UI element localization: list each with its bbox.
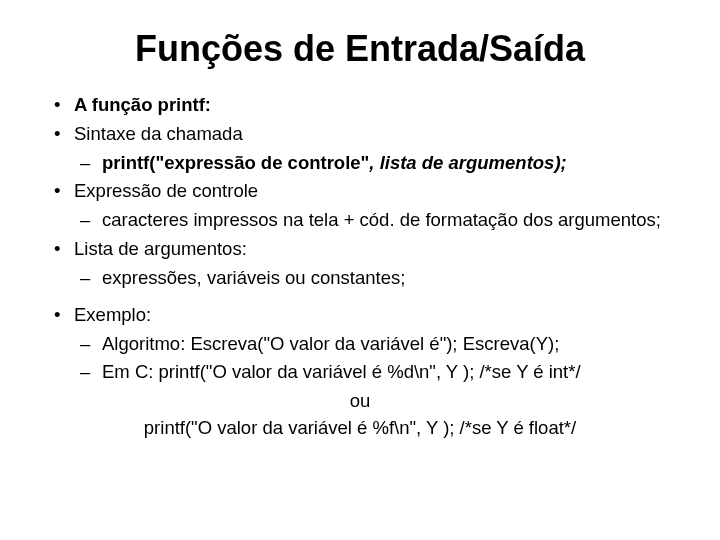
bullet-list: A função printf: Sintaxe da chamada prin… xyxy=(50,92,670,292)
bullet-text: Sintaxe da chamada xyxy=(74,123,243,144)
sub-list: caracteres impressos na tela + cód. de f… xyxy=(74,207,670,234)
sub-text: caracteres impressos na tela + cód. de f… xyxy=(102,209,661,230)
center-text: printf("O valor da variável é %f\n", Y )… xyxy=(50,415,670,442)
bullet-item: Exemplo: Algoritmo: Escreva("O valor da … xyxy=(50,302,670,386)
bullet-item: Expressão de controle caracteres impress… xyxy=(50,178,670,234)
sub-item: expressões, variáveis ou constantes; xyxy=(74,265,670,292)
bullet-item: Sintaxe da chamada printf("expressão de … xyxy=(50,121,670,177)
sub-text: printf("expressão de controle" xyxy=(102,152,369,173)
center-text: ou xyxy=(50,388,670,415)
sub-list: printf("expressão de controle", lista de… xyxy=(74,150,670,177)
slide-title: Funções de Entrada/Saída xyxy=(50,28,670,70)
sub-item: Em C: printf("O valor da variável é %d\n… xyxy=(74,359,670,386)
sub-item: caracteres impressos na tela + cód. de f… xyxy=(74,207,670,234)
sub-text: , lista de argumentos); xyxy=(369,152,566,173)
sub-text: expressões, variáveis ou constantes; xyxy=(102,267,405,288)
sub-item: printf("expressão de controle", lista de… xyxy=(74,150,670,177)
sub-text: Em C: printf("O valor da variável é %d\n… xyxy=(102,361,581,382)
bullet-text: Exemplo: xyxy=(74,304,151,325)
sub-text: Algoritmo: Escreva("O valor da variável … xyxy=(102,333,559,354)
bullet-list: Exemplo: Algoritmo: Escreva("O valor da … xyxy=(50,302,670,386)
bullet-text: Expressão de controle xyxy=(74,180,258,201)
bullet-text: Lista de argumentos: xyxy=(74,238,247,259)
bullet-item: Lista de argumentos: expressões, variáve… xyxy=(50,236,670,292)
sub-list: Algoritmo: Escreva("O valor da variável … xyxy=(74,331,670,387)
bullet-text: A função printf: xyxy=(74,94,211,115)
bullet-item: A função printf: xyxy=(50,92,670,119)
sub-item: Algoritmo: Escreva("O valor da variável … xyxy=(74,331,670,358)
sub-list: expressões, variáveis ou constantes; xyxy=(74,265,670,292)
